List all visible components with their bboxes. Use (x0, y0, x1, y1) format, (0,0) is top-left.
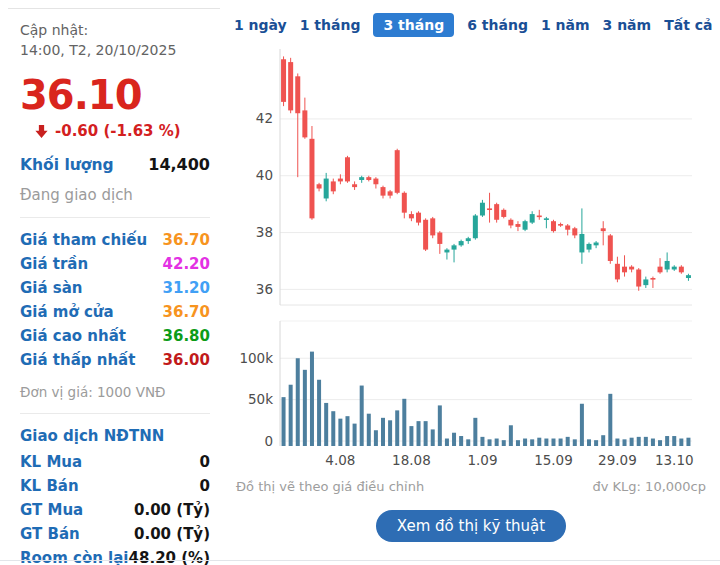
foreign-row-label: Room còn lại (20, 549, 129, 565)
foreign-row-room: Room còn lại 48.20 (%) (20, 549, 210, 565)
svg-text:40: 40 (256, 167, 273, 183)
volume-bar-chart: 050k100k4.0818.081.0915.0929.0913.10 (230, 315, 712, 475)
svg-text:38: 38 (256, 224, 273, 240)
divider (20, 413, 210, 414)
foreign-trading-header: Giao dịch NĐTNN (20, 427, 210, 445)
foreign-row-kl-ban: KL Bán 0 (20, 477, 210, 495)
price-change-row: -0.60 (-1.63 %) (34, 122, 210, 140)
svg-text:15.09: 15.09 (534, 452, 573, 468)
adjusted-price-note: Đồ thị vẽ theo giá điều chỉnh (236, 479, 424, 494)
price-row-value: 31.20 (163, 279, 210, 297)
price-row-value: 36.80 (163, 327, 210, 345)
price-row-label: Giá mở cửa (20, 303, 114, 321)
price-row-low: Giá thấp nhất 36.00 (20, 351, 210, 369)
quote-sidebar: Cập nhật: 14:00, T2, 20/10/2025 36.10 -0… (8, 8, 220, 565)
svg-text:1.09: 1.09 (467, 452, 497, 468)
price-row-high: Giá cao nhất 36.80 (20, 327, 210, 345)
foreign-row-gt-mua: GT Mua 0.00 (Tỷ) (20, 501, 210, 519)
svg-text:100k: 100k (239, 350, 273, 366)
time-range-tabs: 1 ngày 1 tháng 3 tháng 6 tháng 1 năm 3 n… (230, 0, 712, 43)
price-row-value: 42.20 (163, 255, 210, 273)
chart-panel: 1 ngày 1 tháng 3 tháng 6 tháng 1 năm 3 n… (230, 0, 712, 542)
technical-chart-button[interactable]: Xem đồ thị kỹ thuật (376, 510, 566, 542)
price-row-value: 36.70 (163, 303, 210, 321)
price-row-ceiling: Giá trần 42.20 (20, 255, 210, 273)
update-time: Cập nhật: 14:00, T2, 20/10/2025 (20, 21, 210, 60)
foreign-row-gt-ban: GT Bán 0.00 (Tỷ) (20, 525, 210, 543)
tab-tat-ca[interactable]: Tất cả (664, 17, 712, 33)
foreign-row-value: 0 (200, 453, 210, 471)
tab-3-nam[interactable]: 3 năm (603, 17, 652, 33)
volume-unit-note: đv KLg: 10,000cp (593, 479, 707, 494)
charts-area: 36384042 050k100k4.0818.081.0915.0929.09… (230, 43, 712, 475)
tab-1-nam[interactable]: 1 năm (541, 17, 590, 33)
update-label: Cập nhật: (20, 21, 210, 41)
current-price: 36.10 (20, 74, 210, 116)
price-row-label: Giá trần (20, 255, 88, 273)
foreign-row-label: KL Mua (20, 453, 82, 471)
tab-1-ngay[interactable]: 1 ngày (234, 17, 287, 33)
price-row-value: 36.00 (163, 351, 210, 369)
tab-1-thang[interactable]: 1 tháng (300, 17, 361, 33)
price-row-label: Giá sàn (20, 279, 83, 297)
price-row-label: Giá thấp nhất (20, 351, 135, 369)
volume-value: 14,400 (148, 155, 210, 174)
price-candlestick-chart: 36384042 (230, 43, 712, 315)
svg-text:50k: 50k (248, 391, 273, 407)
tab-3-thang[interactable]: 3 tháng (373, 13, 454, 37)
svg-text:29.09: 29.09 (598, 452, 637, 468)
foreign-row-label: KL Bán (20, 477, 79, 495)
foreign-row-kl-mua: KL Mua 0 (20, 453, 210, 471)
foreign-row-value: 48.20 (%) (129, 549, 210, 565)
button-row: Xem đồ thị kỹ thuật (230, 510, 712, 542)
svg-text:4.08: 4.08 (325, 452, 355, 468)
trading-status: Đang giao dịch (20, 186, 210, 204)
update-timestamp: 14:00, T2, 20/10/2025 (20, 41, 210, 61)
foreign-row-label: GT Mua (20, 501, 83, 519)
price-row-open: Giá mở cửa 36.70 (20, 303, 210, 321)
svg-text:42: 42 (256, 110, 273, 126)
price-row-floor: Giá sàn 31.20 (20, 279, 210, 297)
foreign-row-value: 0 (200, 477, 210, 495)
foreign-row-label: GT Bán (20, 525, 80, 543)
price-unit-note: Đơn vị giá: 1000 VNĐ (20, 384, 210, 400)
price-row-value: 36.70 (163, 231, 210, 249)
chart-footnotes: Đồ thị vẽ theo giá điều chỉnh đv KLg: 10… (230, 475, 712, 494)
price-row-label: Giá tham chiếu (20, 231, 147, 249)
page-bottom-divider (0, 560, 720, 561)
volume-label: Khối lượng (20, 156, 114, 174)
divider (20, 217, 210, 218)
svg-text:36: 36 (256, 281, 273, 297)
price-row-label: Giá cao nhất (20, 327, 126, 345)
svg-text:13.10: 13.10 (655, 452, 694, 468)
stock-quote-page: Cập nhật: 14:00, T2, 20/10/2025 36.10 -0… (0, 0, 720, 565)
tab-6-thang[interactable]: 6 tháng (467, 17, 528, 33)
arrow-down-icon (34, 124, 49, 139)
foreign-row-value: 0.00 (Tỷ) (134, 501, 210, 519)
svg-text:18.08: 18.08 (392, 452, 431, 468)
price-row-reference: Giá tham chiếu 36.70 (20, 231, 210, 249)
foreign-row-value: 0.00 (Tỷ) (134, 525, 210, 543)
svg-text:0: 0 (264, 433, 273, 449)
price-change-value: -0.60 (-1.63 %) (55, 122, 181, 140)
volume-row: Khối lượng 14,400 (20, 155, 210, 174)
